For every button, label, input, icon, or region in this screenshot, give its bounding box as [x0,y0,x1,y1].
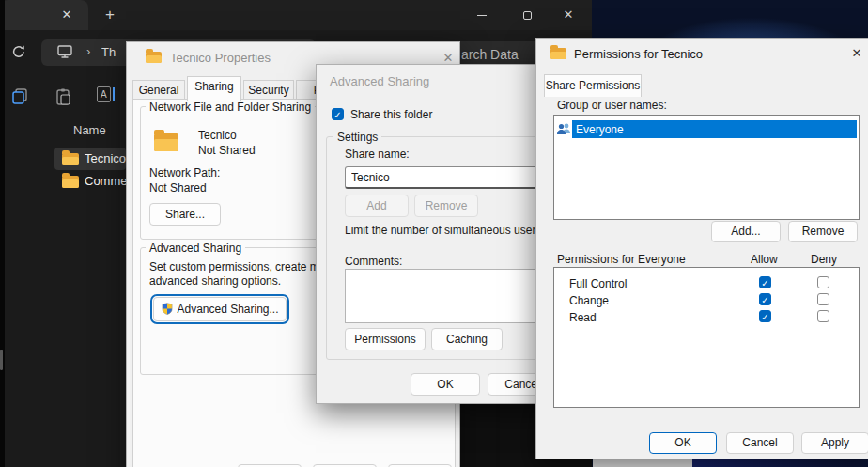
advanced-sharing-button[interactable]: Advanced Sharing... [153,297,287,321]
rename-letter: A [97,86,111,102]
folder-icon [146,52,162,63]
paste-icon[interactable] [54,86,74,107]
permission-name: Change [569,294,609,307]
add-button[interactable]: Add [345,195,409,217]
deny-header: Deny [811,253,837,266]
share-button[interactable]: Share... [149,203,221,226]
advanced-sharing-button-label: Advanced Sharing... [177,303,278,316]
allow-checkbox-change[interactable]: ✓ [759,293,771,305]
close-button[interactable]: ✕ [556,4,581,26]
network-path-label: Network Path: [149,166,220,179]
permissions-for-label: Permissions for Everyone [557,253,686,266]
file-row-commerciale[interactable]: Commerciale [54,170,126,193]
tab-sharing[interactable]: Sharing [187,76,241,101]
explorer-tab-bar: ✕ + ✕ [0,0,592,30]
permissions-list[interactable]: Full Control ✓ ✓ Change ✓ ✓ Read ✓ ✓ [553,267,860,408]
network-path-value: Not Shared [149,181,207,195]
new-tab-button[interactable]: + [100,5,120,25]
add-button[interactable]: Add... [711,221,781,242]
minimize-icon [477,15,487,16]
copy-icon[interactable] [10,86,31,107]
search-text: arch Data [461,47,519,62]
group-users-icon [556,122,572,135]
share-name-label: Share name: [345,148,410,161]
limit-users-label: Limit the number of simultaneous users t… [345,224,557,237]
permission-name: Read [569,311,597,324]
refresh-icon[interactable] [10,43,27,60]
groupbox-title: Advanced Sharing [146,241,245,255]
allow-checkbox-read[interactable]: ✓ [759,310,771,322]
remove-button[interactable]: Remove [788,221,858,242]
permissions-button[interactable]: Permissions [345,328,426,350]
maximize-button[interactable] [515,4,539,26]
shared-folder-status: Not Shared [198,144,256,157]
advanced-description-line2: advanced sharing options. [149,274,281,288]
file-row-tecnico[interactable]: Tecnico [54,148,126,170]
remove-button[interactable]: Remove [414,195,478,217]
ok-button[interactable]: OK [411,373,480,396]
tab-close-icon[interactable]: ✕ [58,7,75,23]
tab-security[interactable]: Security [243,80,294,100]
ok-button[interactable]: OK [649,432,717,454]
group-list[interactable]: Everyone [553,115,860,220]
advanced-description-line1: Set custom permissions, create multip [149,260,340,273]
this-pc-icon [56,43,73,60]
close-icon[interactable]: ✕ [849,46,864,61]
caching-button[interactable]: Caching [431,328,503,350]
name-column-header[interactable]: Name [73,123,106,137]
screen-left-edge [0,0,5,467]
permission-name: Full Control [569,277,627,290]
folder-icon [62,176,79,188]
folder-icon [154,133,178,151]
share-this-folder-label: Share this folder [350,108,432,121]
shared-folder-name: Tecnico [198,129,237,142]
dialog-title: Advanced Sharing [330,74,429,88]
permissions-dialog: Permissions for Tecnico ✕ Share Permissi… [535,38,868,459]
deny-checkbox-full-control[interactable]: ✓ [817,276,829,288]
dialog-title: Tecnico Properties [170,51,271,65]
explorer-active-tab[interactable]: ✕ [0,0,88,30]
group-user-names-label: Group or user names: [557,99,667,112]
comments-label: Comments: [345,255,402,268]
groupbox-title: Network File and Folder Sharing [146,101,315,114]
apply-button[interactable]: Apply [801,432,868,454]
scrollbar-thumb[interactable] [0,350,3,370]
maximize-icon [523,11,532,20]
address-text: Th [101,45,116,59]
minimize-button[interactable] [470,4,494,26]
groupbox-title: Settings [333,131,381,144]
allow-checkbox-full-control[interactable]: ✓ [759,276,771,288]
folder-icon [550,48,566,59]
deny-checkbox-read[interactable]: ✓ [817,310,829,322]
share-this-folder-checkbox[interactable]: ✓ [332,108,344,120]
dialog-title: Permissions for Tecnico [574,47,703,61]
folder-icon [62,153,79,165]
tab-general[interactable]: General [132,80,185,100]
chevron-right-icon: › [86,44,90,58]
group-row-everyone[interactable]: Everyone [572,120,857,138]
group-name: Everyone [576,123,624,136]
tab-share-permissions[interactable]: Share Permissions [544,74,642,97]
rename-icon[interactable]: A [97,86,117,107]
screen: ✕ + ✕ › Th arch Data A [0,0,868,467]
file-name: Tecnico [85,151,126,165]
rename-cursor [113,87,115,101]
uac-shield-icon [161,302,174,316]
allow-header: Allow [751,253,778,266]
deny-checkbox-change[interactable]: ✓ [817,293,829,305]
cancel-button[interactable]: Cancel [726,432,794,454]
